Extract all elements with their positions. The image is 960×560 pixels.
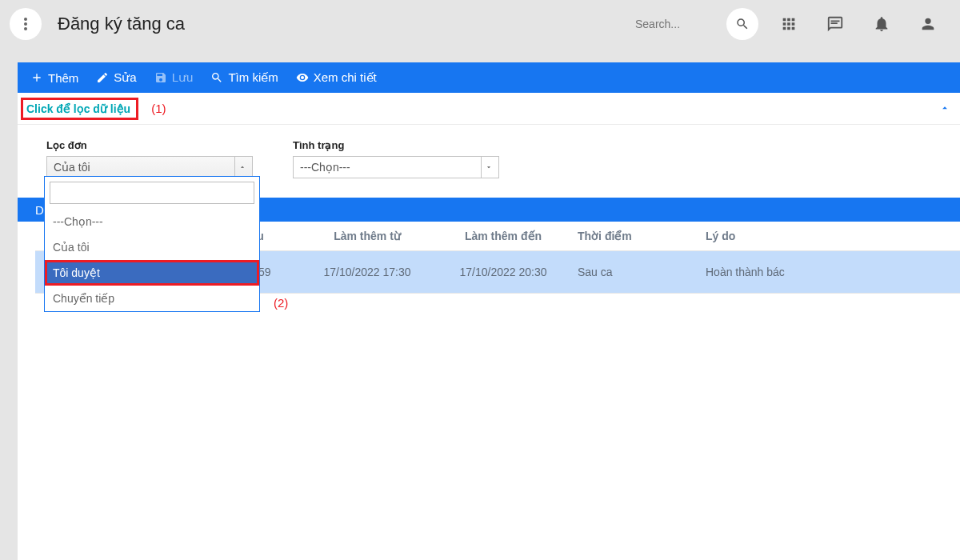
annotation-1: (1)	[151, 102, 166, 115]
col-ly-do: Lý do	[699, 222, 960, 251]
svg-point-1	[24, 22, 27, 26]
cell-ly-do: Hoàn thành bác	[699, 251, 960, 294]
user-icon[interactable]	[912, 8, 944, 40]
filter-link-highlight: Click để lọc dữ liệu	[21, 98, 138, 120]
cell-lam-them-den: 17/10/2022 20:30	[435, 251, 571, 294]
edit-label: Sửa	[114, 70, 136, 85]
search-label: Tìm kiếm	[228, 70, 278, 85]
filter-label-loc-don: Lọc đơn	[46, 139, 253, 151]
section-title: D	[35, 203, 44, 217]
chevron-down-icon	[481, 157, 495, 178]
edit-button[interactable]: Sửa	[96, 70, 136, 85]
chat-icon[interactable]	[819, 8, 851, 40]
dropdown-option-chuyen-tiep[interactable]: Chuyển tiếp	[45, 286, 259, 311]
apps-icon[interactable]	[773, 8, 805, 40]
search-button-toolbar[interactable]: Tìm kiếm	[210, 70, 278, 85]
col-thoi-diem: Thời điểm	[571, 222, 699, 251]
dropdown-loc-don: ---Chọn--- Của tôi Tôi duyệt Chuyển tiếp	[44, 176, 260, 312]
save-button[interactable]: Lưu	[154, 70, 194, 85]
page-title: Đăng ký tăng ca	[58, 14, 185, 34]
action-toolbar: Thêm Sửa Lưu Tìm kiếm Xem chi tiết	[18, 62, 960, 93]
filter-label-tinh-trang: Tình trạng	[293, 139, 499, 151]
select-tinh-trang-value: ---Chọn---	[300, 161, 350, 174]
cell-lam-them-tu: 17/10/2022 17:30	[299, 251, 435, 294]
select-loc-don[interactable]: Của tôi	[46, 156, 253, 178]
search-button[interactable]	[726, 8, 758, 40]
col-lam-them-den: Làm thêm đến	[435, 222, 571, 251]
save-label: Lưu	[172, 70, 194, 85]
svg-point-0	[24, 18, 27, 21]
dropdown-option-chon[interactable]: ---Chọn---	[45, 209, 259, 234]
dropdown-search-input[interactable]	[50, 182, 254, 204]
collapse-icon[interactable]	[939, 102, 950, 116]
view-detail-button[interactable]: Xem chi tiết	[296, 70, 377, 85]
filter-toggle-link[interactable]: Click để lọc dữ liệu	[26, 102, 130, 115]
view-label: Xem chi tiết	[314, 70, 377, 85]
svg-point-2	[24, 27, 27, 30]
annotation-2: (2)	[274, 296, 288, 310]
search-input[interactable]	[630, 11, 726, 37]
bell-icon[interactable]	[866, 8, 898, 40]
kebab-menu-button[interactable]	[10, 8, 42, 40]
select-loc-don-value: Của tôi	[54, 161, 90, 174]
dropdown-option-toi-duyet[interactable]: Tôi duyệt	[45, 260, 259, 286]
add-label: Thêm	[48, 71, 78, 85]
col-lam-them-tu: Làm thêm từ	[299, 222, 435, 251]
cell-thoi-diem: Sau ca	[571, 251, 699, 294]
dropdown-option-cua-toi[interactable]: Của tôi	[45, 234, 259, 260]
chevron-up-icon	[234, 157, 249, 178]
select-tinh-trang[interactable]: ---Chọn---	[293, 156, 499, 178]
add-button[interactable]: Thêm	[30, 71, 78, 85]
